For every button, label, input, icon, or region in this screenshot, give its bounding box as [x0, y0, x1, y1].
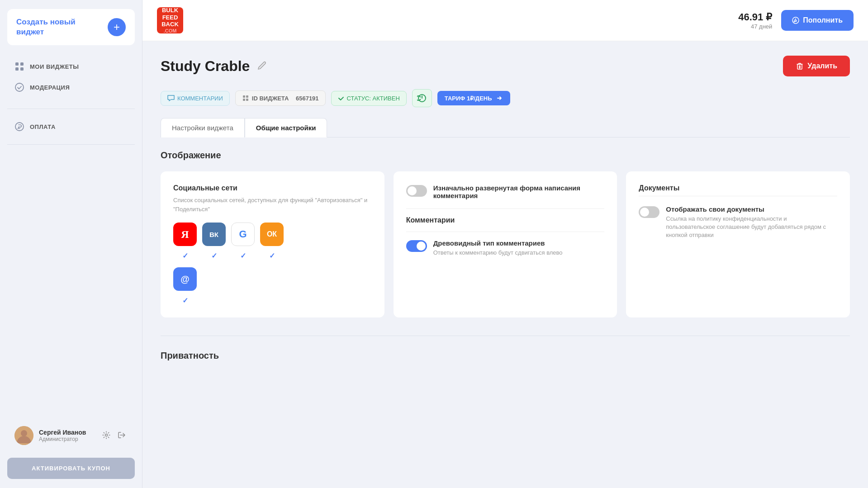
grid-icon [14, 62, 24, 71]
svg-rect-2 [15, 67, 19, 71]
form-toggle[interactable] [406, 185, 427, 197]
comments-tag-label: КОММЕНТАРИИ [177, 95, 223, 102]
email-icon-row: @ [173, 267, 372, 291]
settings-button[interactable] [100, 429, 112, 442]
yandex-icon[interactable]: Я [173, 223, 197, 246]
svg-point-8 [105, 434, 108, 436]
ok-icon[interactable]: ОК [260, 223, 284, 246]
social-checks-row-1: ✓ ✓ ✓ ✓ [173, 251, 372, 260]
main-content: BULK FEED BACK .COM 46.91 ₽ 47 дней Попо… [142, 0, 868, 488]
svg-rect-0 [15, 62, 19, 66]
svg-rect-3 [20, 67, 24, 71]
display-section-title: Отображение [161, 150, 850, 161]
svg-rect-1 [20, 62, 24, 66]
tag-widget-id: ID ВИДЖЕТА 6567191 [235, 90, 326, 106]
tree-toggle-sublabel: Ответы к комментарию будут сдвигаться вл… [433, 249, 563, 257]
yandex-check: ✓ [173, 251, 197, 260]
docs-toggle-label: Отображать свои документы [666, 205, 837, 213]
logout-button[interactable] [116, 429, 128, 442]
sidebar-item-my-widgets[interactable]: МОИ ВИДЖЕТЫ [7, 56, 135, 77]
nav-section: МОИ ВИДЖЕТЫ МОДЕРАЦИЯ [7, 56, 135, 98]
logo-bulk: BULK [162, 7, 178, 14]
activate-coupon-button[interactable]: АКТИВИРОВАТЬ КУПОН [7, 458, 135, 479]
svg-rect-13 [243, 99, 245, 101]
docs-toggle-row: Отображать свои документы Ссылка на поли… [639, 205, 837, 240]
tree-toggle-text: Древовидный тип комментариев Ответы к ко… [433, 239, 563, 257]
divider-2 [7, 144, 135, 145]
sidebar-item-moderation[interactable]: МОДЕРАЦИЯ [7, 77, 135, 98]
logo: BULK FEED BACK .COM [157, 7, 183, 33]
card-divider-2 [406, 232, 605, 232]
doc-divider [639, 196, 837, 196]
email-icon[interactable]: @ [173, 267, 197, 291]
email-check-row: ✓ [173, 296, 372, 305]
edit-title-button[interactable] [255, 59, 269, 74]
svg-rect-10 [797, 64, 802, 69]
tree-toggle-row: Древовидный тип комментариев Ответы к ко… [406, 239, 605, 257]
id-value: 6567191 [296, 95, 319, 102]
form-comments-card: Изначально развернутая форма написания к… [394, 171, 617, 317]
social-icons-row: Я ВК G ОК [173, 223, 372, 246]
social-card-subtitle: Список социальных сетей, доступных для ф… [173, 196, 372, 213]
comments-section-label: Комментарии [406, 216, 605, 224]
tree-toggle[interactable] [406, 240, 427, 252]
privacy-title: Приватность [161, 351, 850, 361]
logo-feed: FEED [162, 14, 178, 21]
svg-rect-12 [246, 95, 248, 98]
status-label: СТАТУС: АКТИВЕН [347, 95, 400, 102]
card-divider-1 [406, 208, 605, 209]
svg-rect-11 [243, 95, 245, 98]
social-card-title: Социальные сети [173, 184, 372, 192]
docs-toggle-sublabel: Ссылка на политику конфиденциальности и … [666, 215, 837, 240]
sidebar-item-payment[interactable]: ОПЛАТА [7, 116, 135, 137]
replenish-button[interactable]: Пополнить [781, 10, 854, 31]
logo-box: BULK FEED BACK .COM [157, 7, 183, 33]
tag-tariff[interactable]: ТАРИФ 1₽/ДЕНЬ [437, 91, 510, 105]
form-toggle-label: Изначально развернутая форма написания к… [433, 184, 605, 199]
id-prefix: ID ВИДЖЕТА [252, 95, 289, 102]
moderation-label: МОДЕРАЦИЯ [30, 84, 70, 91]
balance-info: 46.91 ₽ 47 дней [738, 11, 772, 30]
settings-grid: Социальные сети Список социальных сетей,… [161, 171, 850, 317]
payment-label: ОПЛАТА [30, 123, 56, 130]
replenish-label: Пополнить [803, 16, 843, 24]
user-role: Администратор [39, 436, 95, 442]
tariff-label: ТАРИФ 1₽/ДЕНЬ [445, 95, 492, 102]
sidebar: Создать новый виджет + МОИ ВИДЖЕТЫ [0, 0, 142, 488]
docs-toggle[interactable] [639, 206, 659, 218]
social-networks-card: Социальные сети Список социальных сетей,… [161, 171, 384, 317]
balance-amount: 46.91 ₽ [738, 11, 772, 23]
email-check: ✓ [173, 296, 197, 305]
avatar [14, 426, 33, 445]
user-section: Сергей Иванов Администратор [7, 421, 135, 450]
tag-power[interactable] [412, 89, 432, 107]
docs-toggle-text: Отображать свои документы Ссылка на поли… [666, 205, 837, 240]
delete-label: Удалить [807, 62, 837, 70]
logo-com: .COM [164, 28, 177, 34]
ruble-icon [14, 122, 24, 132]
create-widget-button[interactable]: Создать новый виджет + [7, 9, 135, 45]
delete-button[interactable]: Удалить [783, 56, 850, 76]
svg-point-7 [21, 430, 27, 436]
email-row: @ ✓ [173, 267, 372, 305]
content-area: Study Crable Удалить [142, 41, 868, 488]
svg-point-4 [15, 83, 24, 91]
tag-comments[interactable]: КОММЕНТАРИИ [161, 91, 230, 106]
tab-general-settings[interactable]: Общие настройки [245, 118, 327, 137]
user-name: Сергей Иванов [39, 429, 95, 436]
documents-card: Документы Отображать свои документы Ссыл… [626, 171, 850, 317]
svg-rect-14 [246, 99, 248, 101]
vk-icon[interactable]: ВК [202, 223, 226, 246]
logo-back: BACK [161, 21, 179, 28]
create-widget-label: Создать новый виджет [16, 17, 76, 37]
balance-days: 47 дней [738, 23, 772, 30]
tab-widget-settings[interactable]: Настройки виджета [161, 118, 245, 137]
form-toggle-row: Изначально развернутая форма написания к… [406, 184, 605, 199]
page-title: Study Crable [161, 58, 250, 75]
tree-toggle-label: Древовидный тип комментариев [433, 239, 563, 247]
google-icon[interactable]: G [231, 223, 255, 246]
ok-check: ✓ [260, 251, 284, 260]
documents-card-title: Документы [639, 184, 837, 192]
topbar: BULK FEED BACK .COM 46.91 ₽ 47 дней Попо… [142, 0, 868, 41]
plus-icon: + [108, 18, 126, 36]
